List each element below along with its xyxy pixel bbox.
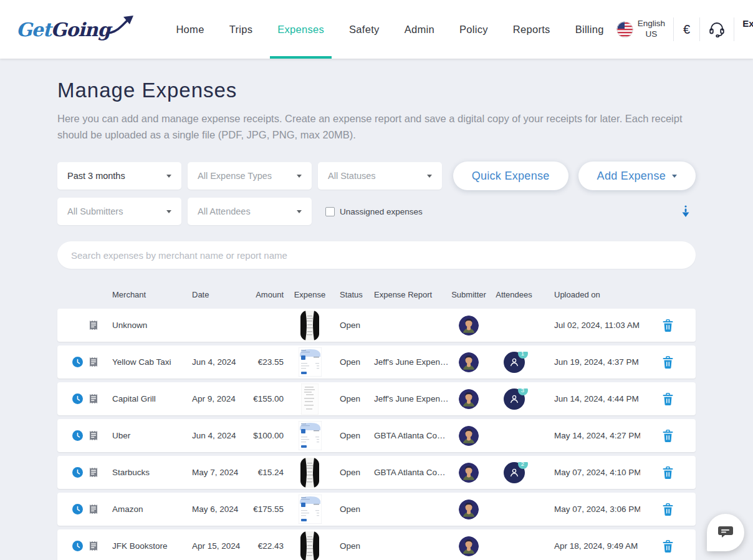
chevron-down-icon	[297, 210, 302, 213]
table-row[interactable]: Uber Jun 4, 2024 $100.00 Open GBTA Atlan…	[57, 419, 696, 452]
divider	[673, 17, 674, 41]
submitters-select[interactable]: All Submitters	[57, 198, 181, 225]
uploaded-timestamp: Apr 18, 2024, 9:49 AM	[540, 541, 640, 551]
receipt-thumbnail[interactable]	[285, 311, 335, 340]
receipt-thumbnail[interactable]	[285, 531, 335, 560]
receipt-thumbnail[interactable]	[285, 495, 335, 524]
submitter-avatar[interactable]	[459, 426, 479, 446]
main-nav: Home Trips Expenses Safety Admin Policy …	[163, 0, 616, 59]
date-range-select[interactable]: Past 3 months	[57, 162, 181, 190]
delete-expense-button[interactable]	[640, 356, 696, 369]
col-merchant: Merchant	[107, 290, 187, 299]
delete-expense-button[interactable]	[640, 393, 696, 405]
attendees-select[interactable]: All Attendees	[188, 198, 312, 225]
attendees-indicator[interactable]: 2	[504, 462, 525, 483]
receipt-icon	[88, 357, 98, 367]
receipt-thumbnail[interactable]	[285, 458, 335, 488]
col-uploaded-on: Uploaded on	[540, 290, 640, 299]
expense-type-select[interactable]: All Expense Types	[188, 162, 312, 190]
col-amount: Amount	[246, 290, 285, 299]
chat-launcher-button[interactable]	[707, 514, 744, 551]
delete-expense-button[interactable]	[640, 466, 696, 479]
expense-amount: €22.43	[246, 541, 285, 551]
expense-report-name: Jeff's June Expenses	[369, 394, 450, 403]
logo-text: GetGoing	[16, 19, 110, 41]
status-label: Open	[335, 541, 369, 551]
download-expenses-button[interactable]	[681, 205, 691, 218]
status-label: Open	[335, 468, 369, 477]
expense-date: Jun 4, 2024	[187, 357, 246, 367]
chevron-down-icon	[297, 175, 302, 178]
table-row[interactable]: Starbucks May 7, 2024 €15.24 Open GBTA A…	[57, 456, 696, 489]
language-selector[interactable]: English US	[616, 19, 665, 40]
trash-icon	[663, 393, 673, 405]
nav-policy[interactable]: Policy	[447, 0, 501, 59]
currency-selector[interactable]: €	[682, 22, 691, 37]
submitter-avatar[interactable]	[459, 389, 479, 409]
col-date: Date	[187, 290, 246, 299]
uploaded-timestamp: May 07, 2024, 4:10 PM	[540, 468, 640, 477]
nav-home[interactable]: Home	[163, 0, 216, 59]
table-row[interactable]: JFK Bookstore Apr 15, 2024 €22.43 Open	[57, 529, 696, 560]
submitter-avatar[interactable]	[459, 500, 479, 519]
unassigned-checkbox[interactable]	[325, 207, 335, 216]
uploaded-timestamp: May 14, 2024, 4:27 PM	[540, 431, 640, 440]
chevron-down-icon	[672, 175, 677, 178]
getgoing-logo[interactable]: GetGoing	[16, 19, 135, 41]
nav-safety[interactable]: Safety	[337, 0, 392, 59]
expense-list: Unknown Open Ju	[57, 309, 696, 560]
col-expense: Expense	[285, 290, 335, 299]
col-attendees: Attendees	[487, 290, 540, 299]
unassigned-expenses-filter[interactable]: Unassigned expenses	[325, 207, 423, 216]
delete-expense-button[interactable]	[640, 540, 696, 553]
expense-amount: €175.55	[246, 504, 285, 514]
uploaded-timestamp: Jun 19, 2024, 4:37 PM	[540, 357, 640, 367]
receipt-thumbnail[interactable]	[285, 421, 335, 450]
pending-clock-icon	[72, 393, 83, 404]
pending-clock-icon	[72, 430, 83, 441]
attendees-indicator[interactable]: 3	[504, 389, 525, 410]
quick-expense-button[interactable]: Quick Expense	[453, 162, 568, 190]
receipt-icon	[88, 430, 98, 441]
action-buttons: Quick Expense Add Expense	[453, 162, 696, 190]
logo-arrow-icon	[106, 14, 135, 36]
chevron-down-icon	[166, 175, 171, 178]
nav-reports[interactable]: Reports	[501, 0, 563, 59]
trash-icon	[663, 503, 673, 516]
expense-report-name: Jeff's June Expenses	[369, 357, 450, 367]
receipt-icon	[88, 320, 98, 331]
uploaded-timestamp: Jul 02, 2024, 11:03 AM	[540, 321, 640, 330]
col-submitter: Submitter	[450, 290, 487, 299]
company-name: Expense Inc.	[742, 17, 753, 42]
table-row[interactable]: Yellow Cab Taxi Jun 4, 2024 €23.55 Open …	[57, 345, 696, 379]
main-content: Manage Expenses Here you can add and man…	[0, 79, 753, 560]
nav-expenses[interactable]: Expenses	[265, 0, 337, 59]
uploaded-timestamp: Jun 14, 2024, 4:44 PM	[540, 394, 640, 403]
table-row[interactable]: Unknown Open Ju	[57, 309, 696, 342]
nav-billing[interactable]: Billing	[563, 0, 616, 59]
submitter-avatar[interactable]	[459, 463, 479, 483]
delete-expense-button[interactable]	[640, 430, 696, 442]
table-row[interactable]: Capital Grill Apr 9, 2024 €155.00 Open J…	[57, 382, 696, 415]
add-expense-button[interactable]: Add Expense	[578, 162, 696, 190]
submitter-avatar[interactable]	[459, 316, 479, 336]
trash-icon	[663, 466, 673, 479]
receipt-thumbnail[interactable]	[285, 384, 335, 415]
submitter-avatar[interactable]	[459, 536, 479, 556]
col-expense-report: Expense Report	[369, 290, 450, 299]
merchant-name: Capital Grill	[107, 394, 187, 403]
delete-expense-button[interactable]	[640, 503, 696, 516]
chat-bubble-icon	[717, 526, 734, 539]
language-label: English US	[638, 19, 665, 40]
attendees-indicator[interactable]: 1	[504, 352, 525, 373]
delete-expense-button[interactable]	[640, 319, 696, 332]
support-button[interactable]	[708, 21, 726, 38]
nav-trips[interactable]: Trips	[217, 0, 266, 59]
status-select[interactable]: All Statuses	[318, 162, 442, 190]
submitter-avatar[interactable]	[459, 352, 479, 372]
nav-admin[interactable]: Admin	[392, 0, 447, 59]
table-row[interactable]: Amazon May 6, 2024 €175.55 Open	[57, 493, 696, 526]
receipt-thumbnail[interactable]	[285, 347, 335, 377]
search-input[interactable]	[57, 241, 696, 269]
expense-date: Jun 4, 2024	[187, 431, 246, 440]
